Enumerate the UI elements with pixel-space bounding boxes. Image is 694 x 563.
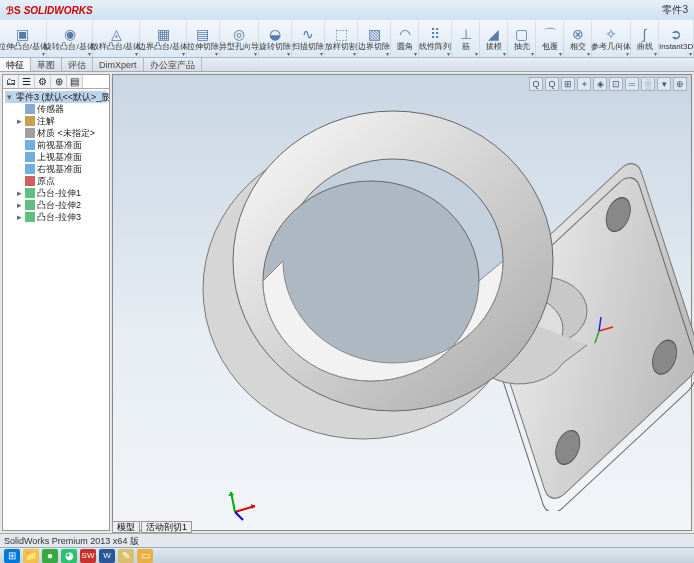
ribbon-cut-boundary-button[interactable]: ▧边界切除▾ (358, 20, 391, 57)
ribbon-instant3d-button[interactable]: ➲Instant3D▾ (659, 20, 694, 57)
revolve-icon: ◉ (62, 26, 78, 42)
ribbon-label: 相交 (570, 43, 586, 51)
ribbon-ref-geom-button[interactable]: ✧参考几何体▾ (592, 20, 631, 57)
ribbon-label: 抽壳 (514, 43, 530, 51)
dropdown-arrow-icon: ▾ (531, 50, 534, 57)
tree-tab-display[interactable]: ▤ (67, 75, 83, 88)
app-brand: SOLIDWORKS (24, 5, 93, 16)
orientation-triad-icon[interactable] (225, 482, 265, 522)
tree-item-label: 传感器 (37, 103, 64, 115)
ribbon-cut-loft-button[interactable]: ⬚放样切割▾ (325, 20, 358, 57)
expand-icon[interactable]: ▸ (15, 115, 23, 127)
feature-extrude-icon (25, 200, 35, 210)
subtab-0[interactable]: 特征 (0, 58, 31, 71)
tree-item-label: 凸台-拉伸3 (37, 211, 81, 223)
dropdown-arrow-icon: ▾ (215, 50, 218, 57)
tree-item-plane[interactable]: 上视基准面 (5, 151, 107, 163)
command-manager-tabs: 特征草图评估DimXpert办公室产品 (0, 58, 694, 72)
ribbon-curves-button[interactable]: ∫曲线▾ (631, 20, 659, 57)
ribbon-cut-sweep-button[interactable]: ∿扫描切除▾ (292, 20, 325, 57)
feature-extrude-icon (25, 188, 35, 198)
taskbar-browser-icon[interactable]: ● (42, 549, 58, 563)
document-title: 零件3 (662, 3, 688, 17)
taskbar-explorer-icon[interactable]: ▭ (137, 549, 153, 563)
ribbon-hole-wizard-button[interactable]: ◎异型孔向导▾ (220, 20, 259, 57)
tree-root-label: 零件3 (默认<<默认>_显示状态 (16, 91, 110, 103)
plane-icon (25, 152, 35, 162)
tree-item-feature-extrude[interactable]: ▸凸台-拉伸3 (5, 211, 107, 223)
windows-taskbar: ⊞📁●◕SWW✎▭ (0, 547, 694, 563)
expand-icon[interactable]: ▸ (15, 187, 23, 199)
tree-item-origin[interactable]: 原点 (5, 175, 107, 187)
graphics-viewport[interactable]: QQ⊞⌖◈⊡═░▾⊕ (112, 74, 692, 531)
tree-item-label: 凸台-拉伸2 (37, 199, 81, 211)
bottom-tab-0[interactable]: 模型 (112, 521, 140, 533)
tree-item-plane[interactable]: 前视基准面 (5, 139, 107, 151)
ribbon-label: 包覆 (542, 43, 558, 51)
ribbon-wrap-button[interactable]: ⌒包覆▾ (536, 20, 564, 57)
ribbon-revolve-button[interactable]: ◉旋转凸台/基体▾ (47, 20, 94, 57)
tree-tab-dim[interactable]: ⊕ (51, 75, 67, 88)
cut-extrude-icon: ▤ (195, 26, 211, 42)
ribbon-extrude-button[interactable]: ▣拉伸凸台/基体▾ (0, 20, 47, 57)
tree-tab-property[interactable]: ☰ (19, 75, 35, 88)
ribbon-rib-button[interactable]: ⊥筋▾ (452, 20, 480, 57)
taskbar-word-icon[interactable]: W (99, 549, 115, 563)
tree-item-annotations[interactable]: ▸注解 (5, 115, 107, 127)
ribbon-label: 拔模 (486, 43, 502, 51)
tree-item-feature-extrude[interactable]: ▸凸台-拉伸2 (5, 199, 107, 211)
annotations-icon (25, 116, 35, 126)
tree-item-label: 上视基准面 (37, 151, 82, 163)
taskbar-wechat-icon[interactable]: ◕ (61, 549, 77, 563)
tree-item-label: 前视基准面 (37, 139, 82, 151)
tree-item-material[interactable]: 材质 <未指定> (5, 127, 107, 139)
ribbon-label: 曲线 (637, 43, 653, 51)
tree-root[interactable]: ▾零件3 (默认<<默认>_显示状态 (5, 91, 107, 103)
dropdown-arrow-icon: ▾ (654, 50, 657, 57)
tree-tab-config[interactable]: ⚙ (35, 75, 51, 88)
taskbar-notes-icon[interactable]: ✎ (118, 549, 134, 563)
expand-icon[interactable]: ▸ (15, 199, 23, 211)
taskbar-start-icon[interactable]: ⊞ (4, 549, 20, 563)
ribbon-draft-button[interactable]: ◢拔模▾ (480, 20, 508, 57)
ribbon-shell-button[interactable]: ▢抽壳▾ (508, 20, 536, 57)
dropdown-arrow-icon: ▾ (182, 50, 185, 57)
boundary-icon: ▦ (155, 26, 171, 42)
tree-item-feature-extrude[interactable]: ▸凸台-拉伸1 (5, 187, 107, 199)
plane-icon (25, 164, 35, 174)
ribbon-linear-pattern-button[interactable]: ⠿线性阵列▾ (419, 20, 452, 57)
ribbon-fillet-button[interactable]: ◠圆角▾ (391, 20, 419, 57)
material-icon (25, 128, 35, 138)
taskbar-sw-icon[interactable]: SW (80, 549, 96, 563)
bottom-tab-1[interactable]: 活动剖切1 (141, 521, 192, 533)
tree-item-sensor[interactable]: 传感器 (5, 103, 107, 115)
ribbon-loft-button[interactable]: ◬放样凸台/基体▾ (93, 20, 140, 57)
dropdown-arrow-icon: ▾ (88, 50, 91, 57)
dropdown-arrow-icon: ▾ (447, 50, 450, 57)
sensor-icon (25, 104, 35, 114)
feature-manager-tree: 🗂 ☰ ⚙ ⊕ ▤ ▾零件3 (默认<<默认>_显示状态 传感器▸注解 材质 <… (2, 74, 110, 531)
ribbon-cut-extrude-button[interactable]: ▤拉伸切除▾ (187, 20, 220, 57)
expand-icon[interactable]: ▸ (15, 211, 23, 223)
subtab-1[interactable]: 草图 (31, 58, 62, 71)
draft-icon: ◢ (486, 26, 502, 42)
dropdown-arrow-icon: ▾ (320, 50, 323, 57)
tree-item-plane[interactable]: 右视基准面 (5, 163, 107, 175)
tree-tab-feature[interactable]: 🗂 (3, 75, 19, 88)
collapse-icon[interactable]: ▾ (7, 91, 12, 103)
ribbon-intersect-button[interactable]: ⊗相交▾ (564, 20, 592, 57)
dropdown-arrow-icon: ▾ (475, 50, 478, 57)
ribbon-boundary-button[interactable]: ▦边界凸台/基体▾ (140, 20, 187, 57)
dropdown-arrow-icon: ▾ (689, 50, 692, 57)
subtab-3[interactable]: DimXpert (93, 58, 144, 71)
ribbon-toolbar: ▣拉伸凸台/基体▾◉旋转凸台/基体▾◬放样凸台/基体▾▦边界凸台/基体▾▤拉伸切… (0, 20, 694, 58)
curves-icon: ∫ (637, 26, 653, 42)
taskbar-folder-icon[interactable]: 📁 (23, 549, 39, 563)
ribbon-cut-revolve-button[interactable]: ◒旋转切除▾ (259, 20, 292, 57)
dropdown-arrow-icon: ▾ (135, 50, 138, 57)
subtab-4[interactable]: 办公室产品 (144, 58, 202, 71)
ribbon-label: 异型孔向导 (219, 43, 259, 51)
dropdown-arrow-icon: ▾ (42, 50, 45, 57)
feature-extrude-icon (25, 212, 35, 222)
subtab-2[interactable]: 评估 (62, 58, 93, 71)
